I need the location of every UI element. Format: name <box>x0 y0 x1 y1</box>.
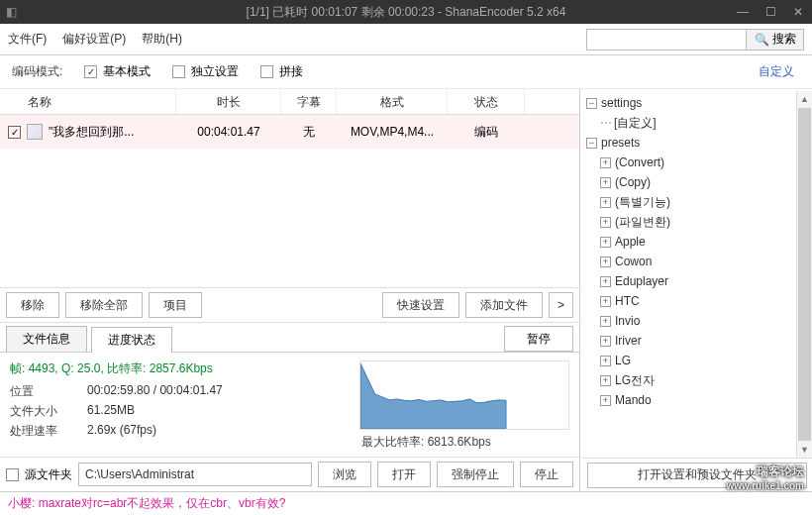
project-button[interactable]: 项目 <box>149 292 202 318</box>
basic-mode-option[interactable]: 基本模式 <box>84 63 151 80</box>
checkbox-icon <box>260 65 273 78</box>
bitrate-chart <box>359 360 569 430</box>
expand-icon[interactable]: + <box>600 197 611 208</box>
size-label: 文件大小 <box>10 403 87 420</box>
output-path[interactable]: C:\Users\Administrat <box>78 463 312 486</box>
tree-node[interactable]: +(Convert) <box>586 153 792 172</box>
title-bar: ◧ [1/1] 已耗时 00:01:07 剩余 00:00:23 - Shana… <box>0 0 812 24</box>
progress-stat: 帧: 4493, Q: 25.0, 比特率: 2857.6Kbps <box>10 360 350 377</box>
tab-file-info[interactable]: 文件信息 <box>6 326 87 352</box>
output-row: 源文件夹 C:\Users\Administrat 浏览 打开 强制停止 停止 <box>0 458 579 491</box>
browse-button[interactable]: 浏览 <box>318 462 371 487</box>
table-row[interactable]: "我多想回到那... 00:04:01.47 无 MOV,MP4,M4... 编… <box>0 115 579 149</box>
customize-link[interactable]: 自定义 <box>759 63 794 80</box>
search-icon: 🔍 <box>755 33 769 47</box>
tree-node[interactable]: +(파일변환) <box>586 212 792 232</box>
tree-node[interactable]: +Cowon <box>586 252 792 271</box>
tree-node[interactable]: +HTC <box>586 291 792 311</box>
col-subtitle[interactable]: 字幕 <box>281 89 337 114</box>
menu-bar: 文件(F) 偏好设置(P) 帮助(H) 🔍搜索 <box>0 24 812 55</box>
more-button[interactable]: > <box>549 292 573 318</box>
checkbox-icon <box>84 65 97 78</box>
scroll-up-icon[interactable]: ▲ <box>797 91 812 107</box>
menu-help[interactable]: 帮助(H) <box>142 31 182 48</box>
expand-icon[interactable]: + <box>600 276 611 287</box>
scroll-down-icon[interactable]: ▼ <box>797 442 812 458</box>
row-checkbox[interactable] <box>8 126 21 139</box>
action-row: 移除 移除全部 项目 快速设置 添加文件 > <box>0 287 579 323</box>
remove-button[interactable]: 移除 <box>6 292 59 318</box>
add-file-button[interactable]: 添加文件 <box>465 292 543 318</box>
col-format[interactable]: 格式 <box>337 89 448 114</box>
source-folder-label: 源文件夹 <box>25 466 72 483</box>
expand-icon[interactable]: + <box>600 237 611 248</box>
cell-name: "我多想回到那... <box>49 124 134 141</box>
open-button[interactable]: 打开 <box>377 462 431 487</box>
menu-preferences[interactable]: 偏好设置(P) <box>62 31 126 48</box>
join-option[interactable]: 拼接 <box>260 63 303 80</box>
col-name[interactable]: 名称 <box>0 89 176 114</box>
col-status[interactable]: 状态 <box>448 89 525 114</box>
collapse-icon[interactable]: − <box>586 138 597 149</box>
source-folder-checkbox[interactable] <box>6 468 19 481</box>
max-bitrate: 最大比特率: 6813.6Kbps <box>359 434 569 451</box>
tree-node[interactable]: +Invio <box>586 311 792 331</box>
tree-node[interactable]: +Iriver <box>586 331 792 351</box>
preset-tree: −settings ⋯[自定义] −presets +(Convert)+(Co… <box>582 91 796 458</box>
col-duration[interactable]: 时长 <box>176 89 281 114</box>
minimize-button[interactable]: — <box>729 0 757 24</box>
expand-icon[interactable]: + <box>600 177 611 188</box>
expand-icon[interactable]: + <box>600 336 611 347</box>
pause-button[interactable]: 暂停 <box>504 326 573 352</box>
tree-node[interactable]: +Mando <box>586 390 792 410</box>
close-button[interactable]: ✕ <box>784 0 812 24</box>
tree-node[interactable]: +LG전자 <box>586 370 792 390</box>
tree-node[interactable]: +Eduplayer <box>586 271 792 291</box>
collapse-icon[interactable]: − <box>586 98 597 109</box>
remove-all-button[interactable]: 移除全部 <box>65 292 143 318</box>
checkbox-icon <box>172 65 185 78</box>
expand-icon[interactable]: + <box>600 217 611 228</box>
tree-node[interactable]: +Apple <box>586 232 792 252</box>
search-input[interactable] <box>587 30 746 50</box>
expand-icon[interactable]: + <box>600 157 611 168</box>
cell-duration: 00:04:01.47 <box>176 125 281 139</box>
window-title: [1/1] 已耗时 00:01:07 剩余 00:00:23 - ShanaEn… <box>247 4 566 21</box>
pos-value: 00:02:59.80 / 00:04:01.47 <box>87 383 223 400</box>
stop-button[interactable]: 停止 <box>520 462 573 487</box>
expand-icon[interactable]: + <box>600 375 611 386</box>
side-panel: −settings ⋯[自定义] −presets +(Convert)+(Co… <box>580 89 812 491</box>
main-panel: 名称 时长 字幕 格式 状态 "我多想回到那... 00:04:01.47 无 … <box>0 89 580 491</box>
open-preset-folder-button[interactable]: 打开设置和预设文件夹 <box>587 463 808 488</box>
speed-label: 处理速率 <box>10 423 87 440</box>
file-icon <box>27 124 43 140</box>
tree-node-custom[interactable]: ⋯[自定义] <box>586 113 792 133</box>
tree-node-presets[interactable]: −presets <box>586 133 792 153</box>
menu-file[interactable]: 文件(F) <box>8 31 47 48</box>
scroll-thumb[interactable] <box>798 108 811 441</box>
options-bar: 编码模式: 基本模式 独立设置 拼接 自定义 <box>0 55 812 89</box>
size-value: 61.25MB <box>87 403 135 420</box>
expand-icon[interactable]: + <box>600 257 611 267</box>
scrollbar[interactable]: ▲ ▼ <box>796 91 812 458</box>
expand-icon[interactable]: + <box>600 356 611 366</box>
speed-value: 2.69x (67fps) <box>87 423 156 440</box>
tree-node[interactable]: +LG <box>586 351 792 370</box>
tree-node-settings[interactable]: −settings <box>586 93 792 113</box>
force-stop-button[interactable]: 强制停止 <box>437 462 514 487</box>
search-button[interactable]: 🔍搜索 <box>746 30 803 50</box>
search-box: 🔍搜索 <box>586 29 804 51</box>
tab-progress[interactable]: 进度状态 <box>91 327 172 353</box>
quick-settings-button[interactable]: 快速设置 <box>382 292 459 318</box>
cell-status: 编码 <box>448 124 525 141</box>
expand-icon[interactable]: + <box>600 296 611 307</box>
maximize-button[interactable]: ☐ <box>757 0 784 24</box>
cell-subtitle: 无 <box>281 124 337 141</box>
independent-option[interactable]: 独立设置 <box>172 63 239 80</box>
expand-icon[interactable]: + <box>600 395 611 406</box>
app-icon: ◧ <box>6 5 17 19</box>
expand-icon[interactable]: + <box>600 316 611 327</box>
tree-node[interactable]: +(Copy) <box>586 172 792 192</box>
table-empty <box>0 149 579 287</box>
tree-node[interactable]: +(특별기능) <box>586 192 792 212</box>
